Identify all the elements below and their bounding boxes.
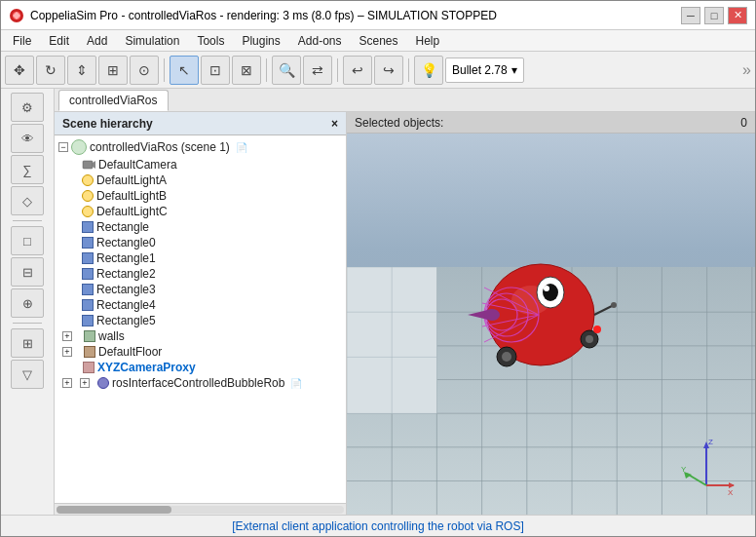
svg-rect-2 — [83, 161, 93, 169]
robot-expand-btn2[interactable]: + — [80, 378, 90, 388]
tree-item-floor[interactable]: + DefaultFloor — [55, 344, 346, 360]
toolbar-expand-btn[interactable]: » — [742, 61, 751, 79]
menu-scenes[interactable]: Scenes — [352, 32, 406, 50]
rect2-label: Rectangle2 — [96, 267, 156, 281]
toolbar-pointer-btn[interactable]: ↖ — [170, 56, 199, 85]
tree-item-robot[interactable]: + + rosInterfaceControlledBubbleRob 📄 — [55, 375, 346, 391]
sidebar-expand-btn[interactable]: ▽ — [11, 360, 44, 389]
sidebar-settings-btn[interactable]: ⚙ — [11, 93, 44, 122]
root-scene-icon — [71, 139, 87, 155]
sidebar-view-btn[interactable]: 👁 — [11, 124, 44, 153]
tab-controlledviaros[interactable]: controlledViaRos — [58, 90, 169, 111]
left-sidebar: ⚙ 👁 ∑ ◇ □ ⊟ ⊕ ⊞ ▽ — [1, 89, 55, 515]
scene-3d[interactable]: Z X Y — [347, 134, 755, 515]
scene-panel-close-btn[interactable]: × — [331, 118, 338, 130]
camera-icon — [82, 158, 95, 172]
status-text: [External client application controlling… — [232, 519, 524, 533]
dropdown-arrow-icon: ▾ — [511, 63, 517, 77]
sidebar-func-btn[interactable]: ∑ — [11, 155, 44, 184]
scene-panel-header: Scene hierarchy × — [55, 112, 346, 135]
menu-simulation[interactable]: Simulation — [117, 32, 187, 50]
close-button[interactable]: ✕ — [728, 7, 747, 24]
sidebar-script-btn[interactable]: ⊟ — [11, 257, 44, 287]
rect5-label: Rectangle5 — [96, 314, 156, 327]
menu-edit[interactable]: Edit — [41, 32, 77, 50]
tree-item-lightC[interactable]: DefaultLightC — [55, 204, 346, 219]
rect1-icon — [82, 252, 94, 264]
rect5-icon — [82, 315, 94, 326]
toolbar-connect-btn[interactable]: ⊠ — [232, 56, 261, 85]
tree-item-rect0[interactable]: Rectangle0 — [55, 235, 346, 250]
toolbar-move-btn[interactable]: ✥ — [5, 56, 34, 85]
svg-point-37 — [544, 286, 549, 291]
rect-icon — [82, 221, 94, 233]
tree-item-rect2[interactable]: Rectangle2 — [55, 266, 346, 282]
toolbar-path-btn[interactable]: ⊡ — [201, 56, 230, 85]
physics-engine-dropdown[interactable]: Bullet 2.78 ▾ — [445, 58, 524, 83]
root-label: controlledViaRos (scene 1) — [90, 140, 230, 154]
robot-doc-icon: 📄 — [290, 378, 302, 389]
toolbar-redo-btn[interactable]: ↪ — [374, 56, 403, 85]
sidebar-shape-btn[interactable]: ◇ — [11, 186, 44, 215]
toolbar-assemble-btn[interactable]: ⊞ — [98, 56, 128, 85]
tree-item-rect[interactable]: Rectangle — [55, 219, 346, 235]
camera-label: DefaultCamera — [98, 158, 177, 172]
lightB-icon — [82, 190, 94, 202]
rect0-label: Rectangle0 — [96, 236, 156, 249]
minimize-button[interactable]: ─ — [681, 7, 700, 24]
svg-text:X: X — [728, 488, 734, 495]
toolbar-sep-1 — [164, 58, 165, 82]
rect4-icon — [82, 299, 94, 311]
toolbar-sep-4 — [408, 58, 409, 82]
sidebar-sep-2 — [13, 323, 42, 324]
lightB-label: DefaultLightB — [96, 189, 167, 203]
tree-item-rect5[interactable]: Rectangle5 — [55, 313, 346, 328]
sidebar-layer-btn[interactable]: □ — [11, 226, 44, 255]
toolbar-light-btn[interactable]: 💡 — [414, 56, 443, 85]
root-expand-btn[interactable]: − — [58, 142, 68, 152]
tree-item-walls[interactable]: + walls — [55, 328, 346, 344]
tree-item-camera[interactable]: DefaultCamera — [55, 157, 346, 173]
tree-item-rect3[interactable]: Rectangle3 — [55, 282, 346, 297]
viewport[interactable]: Selected objects: 0 — [347, 112, 755, 515]
toolbar-shift-btn[interactable]: ⇄ — [303, 56, 332, 85]
scroll-track — [57, 506, 344, 514]
menu-help[interactable]: Help — [408, 32, 448, 50]
toolbar-rotate-btn[interactable]: ↻ — [36, 56, 65, 85]
menu-tools[interactable]: Tools — [189, 32, 232, 50]
rect4-label: Rectangle4 — [96, 298, 156, 312]
scene-scrollbar[interactable] — [55, 503, 346, 515]
toolbar-camera-move-btn[interactable]: ⊙ — [130, 56, 159, 85]
proxy-label: XYZCameraProxy — [97, 361, 196, 374]
robot-expand-btn[interactable]: + — [62, 378, 72, 388]
axis-widget: Z X Y — [677, 437, 736, 495]
menu-add[interactable]: Add — [79, 32, 115, 50]
lightC-label: DefaultLightC — [96, 205, 168, 218]
menu-addons[interactable]: Add-ons — [290, 32, 350, 50]
lightC-icon — [82, 206, 94, 217]
tree-item-rect4[interactable]: Rectangle4 — [55, 297, 346, 313]
sidebar-model-btn[interactable]: ⊞ — [11, 328, 44, 358]
walls-expand-btn[interactable]: + — [62, 331, 72, 341]
tree-item-lightB[interactable]: DefaultLightB — [55, 188, 346, 204]
svg-marker-3 — [93, 161, 95, 169]
tree-item-proxy[interactable]: XYZCameraProxy — [55, 360, 346, 375]
maximize-button[interactable]: □ — [704, 7, 724, 24]
toolbar-scale-btn[interactable]: ⇕ — [67, 56, 96, 85]
lightA-icon — [82, 174, 94, 186]
tree-item-rect1[interactable]: Rectangle1 — [55, 250, 346, 266]
scene-panel: Scene hierarchy × − controlledViaRos (sc… — [55, 112, 347, 515]
svg-text:Z: Z — [708, 438, 713, 446]
svg-text:Y: Y — [681, 465, 687, 474]
svg-point-41 — [586, 335, 593, 343]
menu-file[interactable]: File — [5, 32, 39, 50]
toolbar-sep-2 — [266, 58, 267, 82]
floor-expand-btn[interactable]: + — [62, 347, 72, 357]
walls-icon — [84, 330, 95, 342]
toolbar-zoom-btn[interactable]: 🔍 — [272, 56, 301, 85]
tree-item-lightA[interactable]: DefaultLightA — [55, 173, 346, 188]
tab-bar: controlledViaRos — [55, 89, 755, 112]
toolbar-undo-btn[interactable]: ↩ — [343, 56, 372, 85]
sidebar-joint-btn[interactable]: ⊕ — [11, 288, 44, 318]
menu-plugins[interactable]: Plugins — [234, 32, 287, 50]
